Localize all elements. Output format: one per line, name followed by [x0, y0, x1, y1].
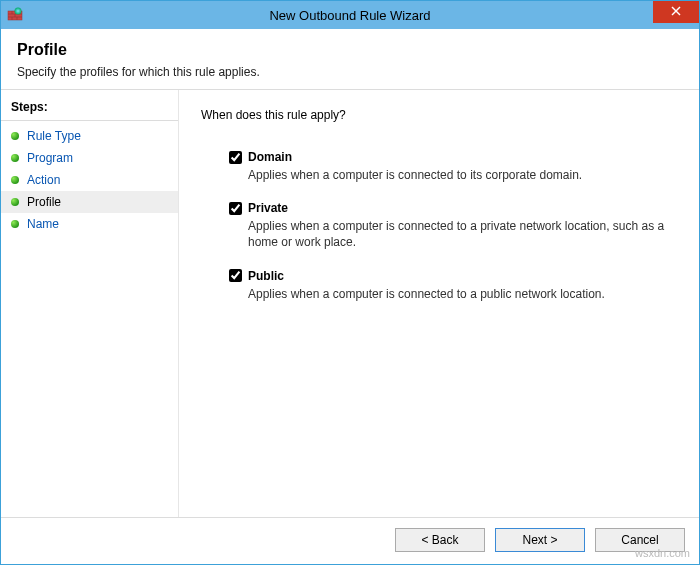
window-title: New Outbound Rule Wizard: [1, 8, 699, 23]
option-desc: Applies when a computer is connected to …: [248, 167, 668, 183]
step-bullet-icon: [11, 154, 19, 162]
option-label: Private: [248, 201, 288, 215]
step-program[interactable]: Program: [1, 147, 178, 169]
option-label: Public: [248, 269, 284, 283]
steps-header: Steps:: [1, 96, 178, 121]
step-label: Rule Type: [27, 129, 81, 143]
step-label: Action: [27, 173, 60, 187]
close-button[interactable]: [653, 1, 699, 23]
option-public: Public Applies when a computer is connec…: [229, 269, 677, 302]
step-label: Name: [27, 217, 59, 231]
next-button[interactable]: Next >: [495, 528, 585, 552]
step-name[interactable]: Name: [1, 213, 178, 235]
prompt-text: When does this rule apply?: [201, 108, 677, 122]
option-domain: Domain Applies when a computer is connec…: [229, 150, 677, 183]
content-panel: When does this rule apply? Domain Applie…: [179, 90, 699, 517]
step-label: Program: [27, 151, 73, 165]
step-rule-type[interactable]: Rule Type: [1, 125, 178, 147]
wizard-header: Profile Specify the profiles for which t…: [1, 29, 699, 90]
step-bullet-icon: [11, 176, 19, 184]
checkbox-private[interactable]: [229, 202, 242, 215]
option-desc: Applies when a computer is connected to …: [248, 218, 668, 250]
step-bullet-icon: [11, 220, 19, 228]
step-label: Profile: [27, 195, 61, 209]
step-bullet-icon: [11, 198, 19, 206]
step-profile[interactable]: Profile: [1, 191, 178, 213]
steps-panel: Steps: Rule Type Program Action Profile …: [1, 90, 179, 517]
close-icon: [671, 5, 681, 19]
titlebar: New Outbound Rule Wizard: [1, 1, 699, 29]
page-subtitle: Specify the profiles for which this rule…: [17, 65, 683, 79]
step-action[interactable]: Action: [1, 169, 178, 191]
checkbox-public[interactable]: [229, 269, 242, 282]
checkbox-domain[interactable]: [229, 151, 242, 164]
cancel-button[interactable]: Cancel: [595, 528, 685, 552]
wizard-body: Steps: Rule Type Program Action Profile …: [1, 90, 699, 517]
option-label: Domain: [248, 150, 292, 164]
wizard-footer: < Back Next > Cancel: [1, 517, 699, 564]
option-desc: Applies when a computer is connected to …: [248, 286, 668, 302]
wizard-window: New Outbound Rule Wizard Profile Specify…: [0, 0, 700, 565]
page-title: Profile: [17, 41, 683, 59]
back-button[interactable]: < Back: [395, 528, 485, 552]
option-private: Private Applies when a computer is conne…: [229, 201, 677, 250]
step-bullet-icon: [11, 132, 19, 140]
